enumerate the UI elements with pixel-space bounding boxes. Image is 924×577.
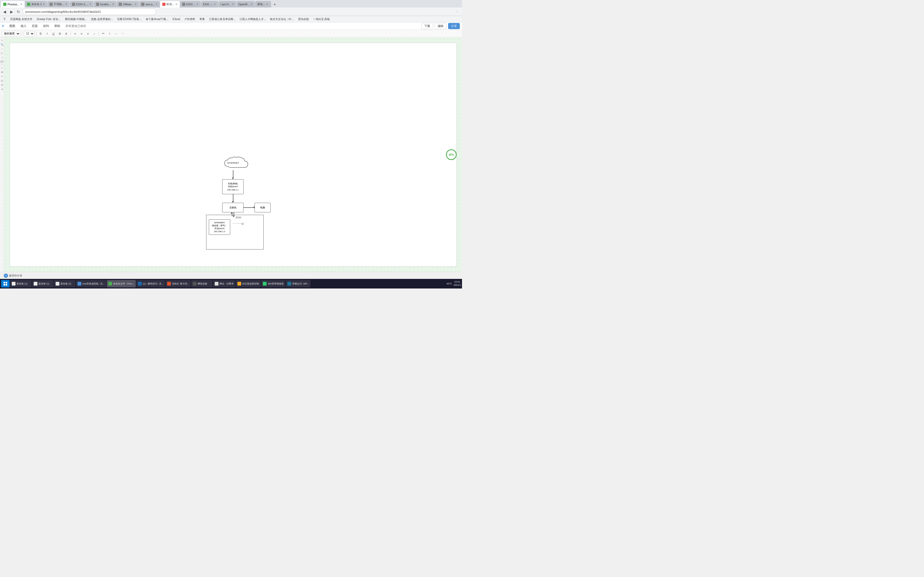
- close-icon-4[interactable]: ✕: [89, 3, 91, 6]
- sidebar-search-tool[interactable]: 🔍: [0, 43, 4, 47]
- forward-button[interactable]: ▶: [8, 9, 15, 15]
- close-icon-11[interactable]: ✕: [232, 3, 234, 6]
- tab-7[interactable]: esxi.a... ✕: [139, 1, 160, 8]
- tab-6[interactable]: VMwar... ✕: [116, 1, 139, 8]
- taskbar-item-esxi[interactable]: exsi安装虚拟机 -文...: [76, 280, 106, 287]
- sidebar-panel-5[interactable]: ⊡: [0, 83, 4, 87]
- bookmark-6[interactable]: 各个案本cad下载...: [144, 17, 170, 22]
- openwrt-box[interactable]: OPENWRT路由器（掌号）开启DHCP192.168.1.2: [209, 219, 230, 235]
- line-tool[interactable]: /: [107, 31, 112, 36]
- refresh-button[interactable]: ↻: [16, 9, 21, 15]
- sidebar-panel-1[interactable]: □: [0, 66, 4, 70]
- tab-unnamed[interactable]: 未命名-1 ✕: [25, 1, 47, 8]
- bookmark-8[interactable]: 户外资料: [183, 17, 197, 22]
- bookmark-12[interactable]: 牧夫天文论坛（中...: [268, 17, 295, 22]
- bookmark-2[interactable]: Greasy Fork -安全...: [35, 17, 62, 22]
- sidebar-panel-2[interactable]: ⊞: [0, 70, 4, 74]
- close-icon-3[interactable]: ✕: [65, 3, 67, 6]
- italic-button[interactable]: I: [44, 31, 50, 36]
- close-icon-6[interactable]: ✕: [134, 3, 137, 6]
- taskbar-item-3[interactable]: 新加卷 (1): [54, 280, 75, 287]
- tab-8-active[interactable]: 欧迅... ✕: [160, 1, 179, 8]
- taskbar-item-wp[interactable]: 穿梭台式 -WP...: [286, 280, 310, 287]
- close-icon-5[interactable]: ✕: [112, 3, 114, 6]
- status-avatar-item[interactable]: U 邀请协作者: [2, 274, 24, 278]
- back-button[interactable]: ◀: [2, 9, 8, 15]
- bookmark-5[interactable]: 完整:ESX06.7安装...: [115, 17, 143, 22]
- align-center-button[interactable]: ≡: [79, 31, 84, 36]
- align-right-button[interactable]: ≡: [85, 31, 90, 36]
- menu-diagram[interactable]: 图图: [7, 24, 18, 29]
- taskbar-item-network[interactable]: 网络连接: [191, 280, 213, 287]
- font-color-button[interactable]: A: [64, 31, 69, 36]
- modem-box[interactable]: 光猫(桥接)关闭DHCP192.168.1.1: [222, 179, 244, 194]
- tab-9[interactable]: ESXI:... ✕: [180, 1, 201, 8]
- bookmark-14[interactable]: 一淘分宝 高端: [312, 17, 331, 22]
- tab-new[interactable]: +: [271, 1, 278, 8]
- bookmark-4[interactable]: 优惠-这世界最好...: [89, 17, 115, 22]
- start-button[interactable]: [1, 280, 10, 287]
- edit-button[interactable]: 编辑: [435, 23, 446, 29]
- menu-arrange[interactable]: 排列: [41, 24, 51, 29]
- sidebar-arrow-tool[interactable]: ▷: [0, 51, 4, 55]
- close-icon-12[interactable]: ✕: [250, 3, 253, 6]
- tab-12[interactable]: OpenW... ✕: [236, 1, 255, 8]
- taskbar-item-process[interactable]: 未命名文件 - Proc...: [107, 280, 136, 287]
- bold-button[interactable]: B: [38, 31, 43, 36]
- sidebar-cursor-tool[interactable]: ↖: [0, 39, 4, 42]
- sidebar-star-tool[interactable]: ☆: [0, 56, 4, 59]
- bookmark-1[interactable]: 百度网盘-全部文件: [8, 17, 34, 22]
- bookmark-3[interactable]: 腾讯视频-中国领...: [63, 17, 89, 22]
- share-button[interactable]: 分享: [448, 23, 460, 29]
- tab-3[interactable]: 不用版... ✕: [47, 1, 69, 8]
- font-family-select[interactable]: 微软雅黑: [2, 31, 20, 36]
- internet-cloud[interactable]: INTERNET: [215, 155, 252, 171]
- extensions-btn[interactable]: ⋮: [454, 9, 460, 14]
- draw-tool[interactable]: ✏: [100, 31, 106, 36]
- taskbar-item-sunflower[interactable]: 向日葵远程控制: [236, 280, 261, 287]
- bookmark-10[interactable]: 江西省公务员考试网...: [207, 17, 237, 22]
- tab-4[interactable]: ESXI+1:... ✕: [70, 1, 94, 8]
- tab-processson[interactable]: Process... ✕: [1, 1, 24, 8]
- taskbar-item-notepad[interactable]: 网址 - 记事本: [213, 280, 235, 287]
- canvas-area[interactable]: INTERNET 光猫(桥接)关闭DHCP192.168.1.1: [4, 37, 462, 272]
- menu-page[interactable]: 页面: [30, 24, 40, 29]
- bookmark-11[interactable]: 江西人才网南昌人才...: [238, 17, 267, 22]
- close-icon-10[interactable]: ✕: [214, 3, 216, 6]
- menu-help[interactable]: 帮助: [52, 24, 62, 29]
- bookmark-7[interactable]: iCloud: [171, 17, 181, 21]
- tab-11[interactable]: I am H... ✕: [218, 1, 236, 8]
- close-icon[interactable]: ✕: [20, 3, 23, 6]
- taskbar-item-360[interactable]: 360宽带测速器: [261, 280, 285, 287]
- close-icon-8[interactable]: ✕: [175, 3, 178, 6]
- taskbar-item-gpu[interactable]: 克特尔 显卡控...: [165, 280, 191, 287]
- strikethrough-button[interactable]: S: [57, 31, 63, 36]
- align-vertical-button[interactable]: ↕: [92, 31, 97, 36]
- font-size-select[interactable]: 11px: [24, 31, 34, 36]
- sidebar-panel-4[interactable]: ◫: [0, 79, 4, 82]
- close-icon-9[interactable]: ✕: [197, 3, 199, 6]
- sidebar-comment-tool[interactable]: 💬: [0, 60, 4, 64]
- tab-5[interactable]: localho... ✕: [94, 1, 116, 8]
- tab-10[interactable]: ESXi :... ✕: [201, 1, 218, 8]
- underline-button[interactable]: U: [51, 31, 56, 36]
- sidebar-shape-tool[interactable]: ○: [0, 47, 4, 51]
- address-input[interactable]: [23, 8, 156, 15]
- tab-13[interactable]: 源地... ✕: [255, 1, 271, 8]
- close-icon-2[interactable]: ✕: [43, 3, 45, 6]
- bookmark-0[interactable]: 下: [2, 17, 8, 22]
- taskbar-item-music[interactable]: (1) - 酷狗音乐 -天...: [136, 280, 165, 287]
- align-left-button[interactable]: ≡: [73, 31, 78, 36]
- switch-box[interactable]: 交换机: [222, 203, 244, 212]
- menu-insert[interactable]: 插入: [18, 24, 29, 29]
- esxi-settings-icon[interactable]: ⚙: [241, 222, 244, 226]
- taskbar-item-2[interactable]: 新加卷 (1): [32, 280, 53, 287]
- bookmark-9[interactable]: 苹果: [198, 17, 207, 22]
- download-button[interactable]: 下载: [422, 23, 433, 29]
- close-icon-7[interactable]: ✕: [156, 3, 158, 6]
- arrow-tool[interactable]: →: [113, 31, 119, 36]
- taskbar-item-1[interactable]: 新加卷 (1): [10, 280, 32, 287]
- close-icon-13[interactable]: ✕: [266, 3, 268, 6]
- computer-box[interactable]: 电脑: [255, 203, 271, 212]
- more-tools[interactable]: ⋯: [120, 31, 125, 36]
